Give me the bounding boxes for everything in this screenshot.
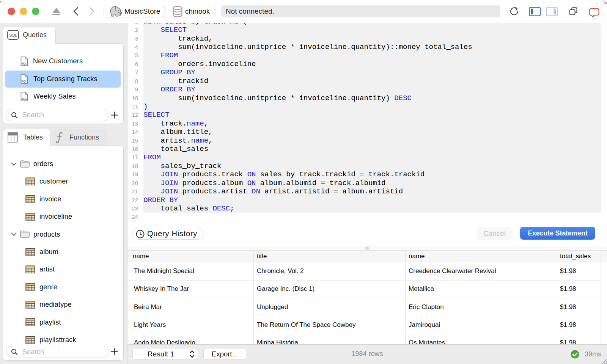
svg-text:SQL: SQL	[21, 62, 27, 65]
svg-text:SQL: SQL	[21, 97, 27, 100]
svg-text:SQL: SQL	[9, 33, 17, 38]
svg-text:SQL: SQL	[21, 80, 27, 83]
